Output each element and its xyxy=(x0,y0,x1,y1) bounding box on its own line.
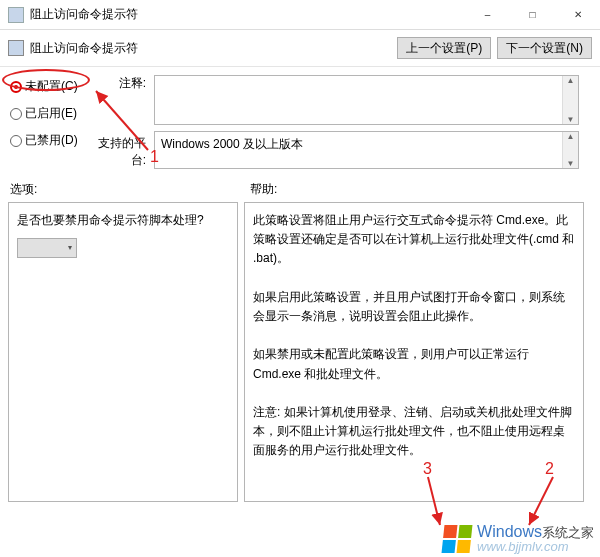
radio-label: 已禁用(D) xyxy=(25,132,78,149)
radio-not-configured[interactable]: 未配置(C) xyxy=(10,78,92,95)
help-panel: 此策略设置将阻止用户运行交互式命令提示符 Cmd.exe。此策略设置还确定是否可… xyxy=(244,202,584,502)
help-label: 帮助: xyxy=(250,181,277,198)
watermark-brand: Windows xyxy=(477,523,542,540)
titlebar: 阻止访问命令提示符 – □ ✕ xyxy=(0,0,600,30)
script-processing-dropdown[interactable]: ▾ xyxy=(17,238,77,258)
platform-textarea[interactable]: Windows 2000 及以上版本 ▲▼ xyxy=(154,131,579,169)
watermark-sub: 系统之家 xyxy=(542,525,594,540)
watermark-url: www.bjjmlv.com xyxy=(477,540,594,553)
help-paragraph: 如果禁用或未配置此策略设置，则用户可以正常运行 Cmd.exe 和批处理文件。 xyxy=(253,345,575,383)
scrollbar[interactable]: ▲▼ xyxy=(562,132,578,168)
radio-disabled[interactable]: 已禁用(D) xyxy=(10,132,92,149)
radio-dot-icon xyxy=(10,81,22,93)
help-paragraph: 此策略设置将阻止用户运行交互式命令提示符 Cmd.exe。此策略设置还确定是否可… xyxy=(253,211,575,269)
app-icon xyxy=(8,7,24,23)
next-setting-button[interactable]: 下一个设置(N) xyxy=(497,37,592,59)
scrollbar[interactable]: ▲▼ xyxy=(562,76,578,124)
options-question: 是否也要禁用命令提示符脚本处理? xyxy=(17,211,229,230)
options-label: 选项: xyxy=(10,181,250,198)
comment-label: 注释: xyxy=(96,75,154,92)
windows-logo-icon xyxy=(442,525,473,553)
chevron-down-icon: ▾ xyxy=(68,242,72,255)
window-title: 阻止访问命令提示符 xyxy=(30,6,465,23)
config-area: 未配置(C) 已启用(E) 已禁用(D) 注释: ▲▼ 支持的平台: Windo… xyxy=(0,69,600,173)
header: 阻止访问命令提示符 上一个设置(P) 下一个设置(N) xyxy=(0,30,600,66)
close-button[interactable]: ✕ xyxy=(555,1,600,29)
radio-dot-icon xyxy=(10,108,22,120)
help-paragraph: 注意: 如果计算机使用登录、注销、启动或关机批处理文件脚本，则不阻止计算机运行批… xyxy=(253,403,575,461)
radio-label: 未配置(C) xyxy=(25,78,78,95)
policy-icon xyxy=(8,40,24,56)
radio-enabled[interactable]: 已启用(E) xyxy=(10,105,92,122)
maximize-button[interactable]: □ xyxy=(510,1,555,29)
minimize-button[interactable]: – xyxy=(465,1,510,29)
watermark: Windows系统之家 www.bjjmlv.com xyxy=(443,524,594,553)
radio-label: 已启用(E) xyxy=(25,105,77,122)
policy-title: 阻止访问命令提示符 xyxy=(30,40,391,57)
prev-setting-button[interactable]: 上一个设置(P) xyxy=(397,37,491,59)
platform-value: Windows 2000 及以上版本 xyxy=(161,137,303,151)
options-panel: 是否也要禁用命令提示符脚本处理? ▾ xyxy=(8,202,238,502)
comment-textarea[interactable]: ▲▼ xyxy=(154,75,579,125)
radio-dot-icon xyxy=(10,135,22,147)
help-paragraph: 如果启用此策略设置，并且用户试图打开命令窗口，则系统会显示一条消息，说明设置会阻… xyxy=(253,288,575,326)
platform-label: 支持的平台: xyxy=(96,131,154,169)
